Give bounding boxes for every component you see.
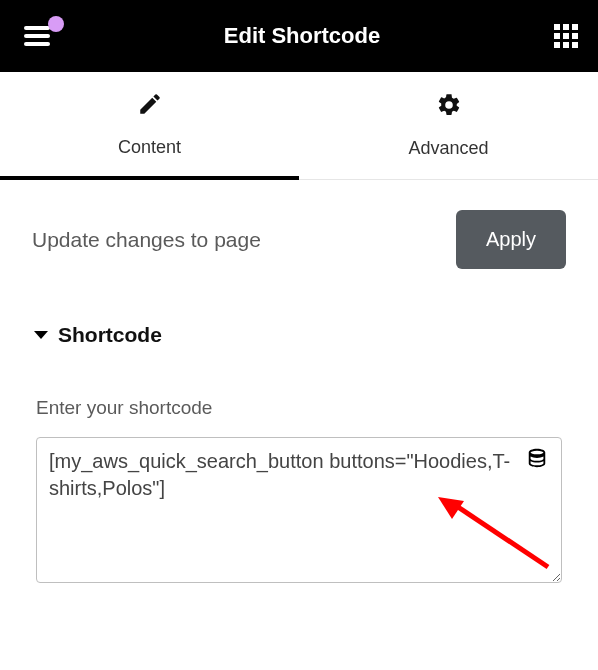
- dynamic-tags-button[interactable]: [526, 447, 550, 471]
- update-row: Update changes to page Apply: [0, 180, 598, 289]
- gear-icon: [436, 92, 462, 124]
- section-toggle-shortcode[interactable]: Shortcode: [0, 289, 598, 357]
- caret-down-icon: [34, 331, 48, 339]
- apply-button[interactable]: Apply: [456, 210, 566, 269]
- menu-button[interactable]: [24, 26, 50, 46]
- app-header: Edit Shortcode: [0, 0, 598, 72]
- shortcode-field-wrap: [36, 437, 562, 587]
- pencil-icon: [137, 91, 163, 123]
- page-title: Edit Shortcode: [224, 23, 380, 49]
- notification-dot-icon: [48, 16, 64, 32]
- tab-content-label: Content: [118, 137, 181, 158]
- shortcode-input[interactable]: [36, 437, 562, 583]
- update-text: Update changes to page: [32, 228, 261, 252]
- section-title: Shortcode: [58, 323, 162, 347]
- tab-advanced[interactable]: Advanced: [299, 72, 598, 179]
- tab-content[interactable]: Content: [0, 72, 299, 180]
- apps-grid-icon[interactable]: [554, 24, 578, 48]
- tabs: Content Advanced: [0, 72, 598, 180]
- shortcode-field-label: Enter your shortcode: [0, 357, 598, 431]
- database-icon: [526, 447, 548, 469]
- tab-advanced-label: Advanced: [408, 138, 488, 159]
